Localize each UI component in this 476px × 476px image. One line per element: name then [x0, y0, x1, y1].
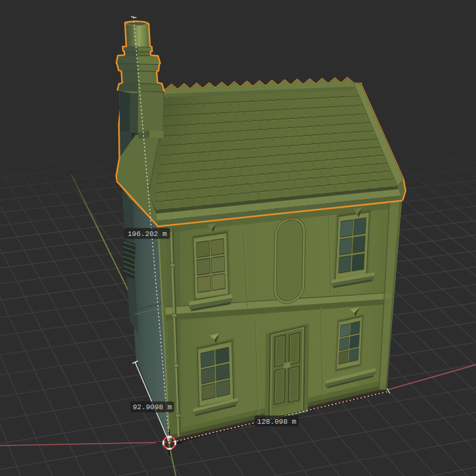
svg-text:92.9098 m: 92.9098 m — [133, 403, 173, 411]
svg-text:128.098 m: 128.098 m — [257, 418, 297, 426]
svg-text:196.202 m: 196.202 m — [128, 230, 167, 238]
